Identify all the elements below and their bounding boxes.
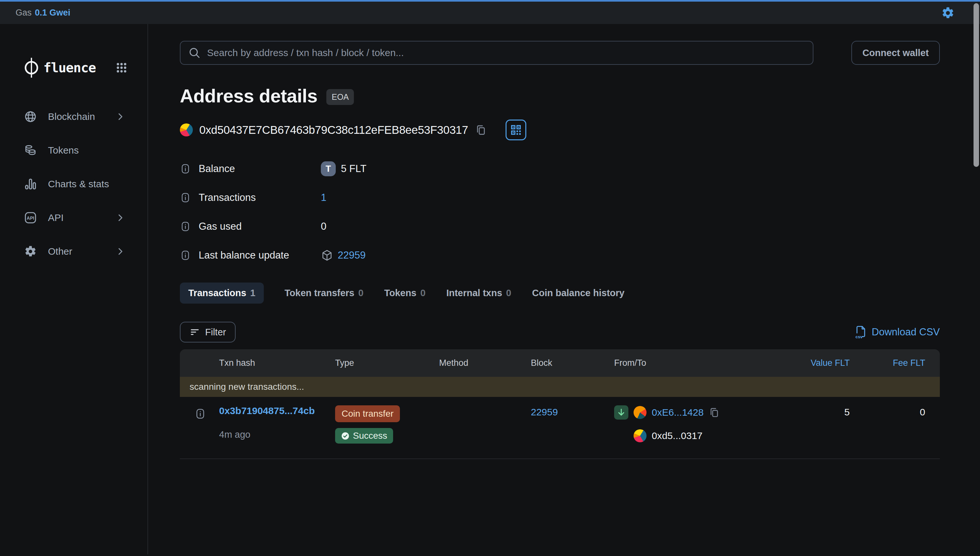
coins-icon (24, 144, 37, 157)
tx-from-to-cell: 0xE6...1428 0xd5...0317 (614, 405, 801, 442)
tx-fee-cell: 0 (850, 405, 925, 418)
gear-icon (24, 245, 37, 258)
column-header-value[interactable]: Value FLT (801, 358, 850, 368)
to-address: 0xd5...0317 (652, 430, 703, 441)
tab-coin-balance-history[interactable]: Coin balance history (532, 283, 628, 304)
sidebar-nav: Blockchain Tokens Charts & stats API (24, 100, 147, 268)
apps-grid-icon[interactable] (115, 61, 128, 74)
filter-button[interactable]: Filter (180, 322, 236, 343)
tx-age: 4m ago (219, 429, 335, 440)
table-header: Txn hash Type Method Block From/To Value… (180, 349, 940, 377)
search-icon (188, 47, 201, 59)
address-row: 0xd50437E7CB67463b79C38c112eFEB8ee53F303… (180, 120, 940, 140)
tab-tokens[interactable]: Tokens0 (384, 283, 426, 304)
tab-internal-txns[interactable]: Internal txns0 (446, 283, 511, 304)
to-avatar (634, 429, 647, 442)
svg-text:API: API (27, 215, 34, 221)
page-title: Address details (180, 85, 317, 107)
fluence-logo-icon (24, 57, 39, 78)
gas-used-label: Gas used (199, 221, 242, 232)
transactions-count-link[interactable]: 1 (321, 192, 326, 204)
info-icon[interactable] (180, 163, 191, 174)
csv-file-icon: csv (855, 326, 867, 339)
chevron-right-icon (115, 112, 125, 121)
tx-status-badge: Success (335, 428, 393, 444)
column-header-block: Block (531, 358, 614, 368)
tx-hash-cell: 0x3b71904875...74cb 4m ago (219, 405, 335, 440)
column-header-txn-hash: Txn hash (219, 358, 335, 368)
tab-bar: Transactions1 Token transfers0 Tokens0 I… (180, 283, 940, 304)
token-icon: T (321, 162, 336, 176)
last-balance-update-label: Last balance update (199, 249, 289, 261)
heading-row: Address details EOA (180, 85, 940, 107)
info-icon[interactable] (180, 221, 191, 232)
balance-label: Balance (199, 163, 235, 175)
search-input[interactable] (207, 47, 805, 59)
sidebar-item-label: Charts & stats (48, 179, 109, 189)
copy-icon[interactable] (709, 407, 720, 418)
from-address-link[interactable]: 0xE6...1428 (652, 407, 703, 418)
detail-row-last-balance-update: Last balance update 22959 (180, 246, 940, 265)
sidebar-item-label: Tokens (48, 145, 79, 156)
table-row: 0x3b71904875...74cb 4m ago Coin transfer… (180, 397, 940, 459)
address-hash: 0xd50437E7CB67463b79C38c112eFEB8ee53F303… (199, 123, 468, 136)
sidebar: fluence Blockchain Tokens (0, 24, 148, 554)
gas-value: 0.1 Gwei (35, 8, 71, 18)
vertical-scrollbar[interactable] (974, 3, 979, 167)
check-circle-icon (341, 432, 350, 440)
download-csv-link[interactable]: csv Download CSV (855, 326, 940, 339)
tab-transactions[interactable]: Transactions1 (180, 283, 264, 304)
sidebar-item-blockchain[interactable]: Blockchain (24, 100, 128, 134)
info-icon[interactable] (180, 250, 191, 261)
column-header-type: Type (335, 358, 439, 368)
logo-text: fluence (44, 60, 96, 75)
svg-text:csv: csv (855, 335, 863, 339)
tx-value-cell: 5 (801, 405, 850, 418)
filter-icon (189, 327, 200, 337)
main-content: Connect wallet Address details EOA 0xd50… (148, 24, 980, 554)
logo[interactable]: fluence (24, 57, 128, 78)
tx-info-icon[interactable] (180, 405, 219, 420)
copy-icon[interactable] (475, 124, 487, 136)
tx-block-cell: 22959 (531, 405, 614, 418)
search-row: Connect wallet (180, 41, 940, 65)
from-avatar (634, 406, 647, 419)
tab-token-transfers[interactable]: Token transfers0 (285, 283, 364, 304)
sidebar-item-label: API (48, 212, 63, 223)
detail-row-gas-used: Gas used 0 (180, 217, 940, 236)
last-balance-update-block-link[interactable]: 22959 (338, 249, 365, 261)
column-header-fee[interactable]: Fee FLT (850, 358, 925, 368)
column-header-from-to: From/To (614, 358, 801, 368)
tx-hash-link[interactable]: 0x3b71904875...74cb (219, 405, 335, 416)
gas-label: Gas (16, 8, 32, 18)
sidebar-item-other[interactable]: Other (24, 234, 128, 268)
tx-type-badge: Coin transfer (335, 405, 400, 422)
address-avatar (180, 123, 193, 136)
qr-code-button[interactable] (506, 120, 526, 140)
sidebar-item-charts-stats[interactable]: Charts & stats (24, 167, 128, 201)
top-bar: Gas 0.1 Gwei (0, 0, 980, 24)
detail-row-transactions: Transactions 1 (180, 188, 940, 207)
info-icon[interactable] (180, 192, 191, 203)
sidebar-item-api[interactable]: API API (24, 201, 128, 234)
transactions-table: Txn hash Type Method Block From/To Value… (180, 349, 940, 459)
table-toolbar: Filter csv Download CSV (180, 322, 940, 343)
tx-type-cell: Coin transfer Success (335, 405, 439, 444)
page-layout: fluence Blockchain Tokens (0, 24, 980, 554)
tx-from-line: 0xE6...1428 (614, 405, 801, 420)
sidebar-item-label: Blockchain (48, 111, 95, 122)
connect-wallet-button[interactable]: Connect wallet (851, 41, 940, 65)
sidebar-item-label: Other (48, 246, 72, 257)
tx-block-link[interactable]: 22959 (531, 407, 558, 417)
api-icon: API (24, 211, 37, 224)
gas-tracker: Gas 0.1 Gwei (16, 8, 70, 18)
settings-gear-icon[interactable] (941, 6, 955, 20)
chevron-right-icon (115, 247, 125, 256)
tx-to-line: 0xd5...0317 (634, 429, 801, 442)
search-box (180, 41, 813, 65)
scanning-banner: scanning new transactions... (180, 377, 940, 397)
sidebar-item-tokens[interactable]: Tokens (24, 134, 128, 167)
balance-value: T 5 FLT (321, 162, 367, 176)
bar-chart-icon (24, 178, 37, 191)
address-details-list: Balance T 5 FLT Transactions 1 (180, 159, 940, 265)
